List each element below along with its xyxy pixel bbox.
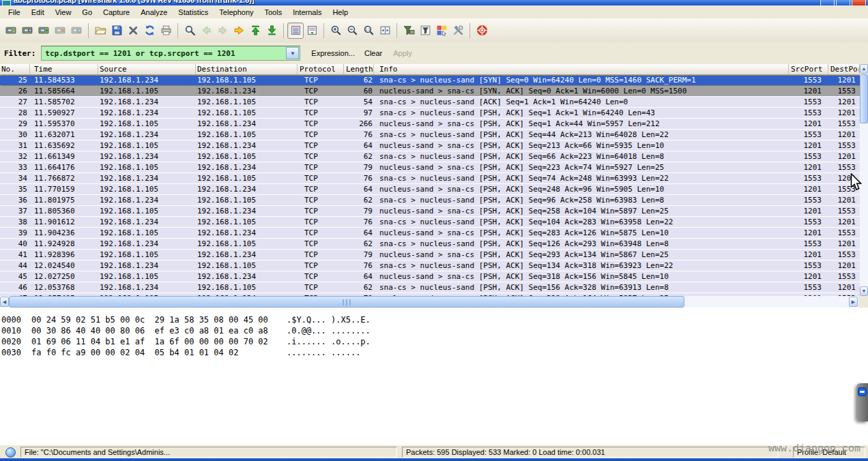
vertical-scroll-thumb[interactable] bbox=[860, 74, 868, 123]
packet-row[interactable]: 3611.801975192.168.1.234192.168.1.105TCP… bbox=[0, 195, 860, 206]
cell-proto: TCP bbox=[298, 282, 344, 293]
column-header-dport[interactable]: DestPor bbox=[828, 64, 860, 74]
filter-dropdown-button[interactable]: ▼ bbox=[286, 47, 299, 59]
packet-row[interactable]: 3511.770159192.168.1.105192.168.1.234TCP… bbox=[0, 184, 860, 195]
horizontal-scrollbar[interactable]: ◀ ▶ bbox=[0, 296, 858, 308]
zoom-out-button[interactable] bbox=[344, 23, 360, 39]
close-file-button[interactable] bbox=[125, 23, 141, 39]
cell-no: 40 bbox=[0, 239, 30, 249]
expression-button[interactable]: Expression... bbox=[311, 49, 355, 57]
close-button[interactable] bbox=[852, 0, 866, 5]
packet-row[interactable]: 3111.635692192.168.1.105192.168.1.234TCP… bbox=[0, 140, 860, 151]
cell-no: 32 bbox=[0, 151, 30, 162]
go-to-top-button[interactable] bbox=[247, 23, 263, 39]
column-header-time[interactable]: Time bbox=[30, 64, 98, 74]
packet-row[interactable]: 3711.805360192.168.1.105192.168.1.234TCP… bbox=[0, 206, 860, 217]
column-header-no[interactable]: No. bbox=[0, 64, 30, 74]
packet-row[interactable]: 3811.901612192.168.1.234192.168.1.105TCP… bbox=[0, 217, 860, 228]
display-filter-icon bbox=[420, 25, 431, 36]
menu-edit[interactable]: Edit bbox=[26, 7, 50, 18]
menu-telephony[interactable]: Telephony bbox=[214, 7, 259, 18]
zoom-in-button[interactable] bbox=[328, 23, 344, 39]
scroll-up-button[interactable]: ▲ bbox=[860, 64, 868, 74]
help-button[interactable] bbox=[474, 23, 490, 39]
restart-capture-button[interactable] bbox=[68, 23, 85, 39]
packet-row[interactable]: 2711.585702192.168.1.234192.168.1.105TCP… bbox=[0, 97, 860, 108]
packet-row[interactable]: 4011.924928192.168.1.234192.168.1.105TCP… bbox=[0, 239, 860, 250]
scroll-right-button[interactable]: ▶ bbox=[849, 297, 858, 307]
horizontal-scroll-thumb[interactable] bbox=[9, 296, 684, 308]
cell-len: 62 bbox=[344, 195, 374, 205]
zoom-100-button[interactable]: 1:1 bbox=[360, 23, 377, 39]
column-header-src[interactable]: Source bbox=[98, 64, 196, 74]
menu-internals[interactable]: Internals bbox=[287, 7, 327, 18]
menu-analyze[interactable]: Analyze bbox=[135, 7, 173, 18]
stop-capture-button[interactable] bbox=[52, 23, 68, 39]
capture-filter-button[interactable] bbox=[401, 23, 417, 39]
packet-row[interactable]: 3311.664176192.168.1.105192.168.1.234TCP… bbox=[0, 162, 860, 173]
coloring-rules-button[interactable] bbox=[433, 23, 450, 39]
menu-file[interactable]: File bbox=[3, 7, 26, 18]
column-header-len[interactable]: Length bbox=[344, 64, 374, 74]
menu-go[interactable]: Go bbox=[76, 7, 98, 18]
menu-help[interactable]: Help bbox=[327, 7, 353, 18]
menu-statistics[interactable]: Statistics bbox=[173, 7, 214, 18]
teamviewer-widget[interactable] bbox=[856, 383, 868, 421]
preferences-button[interactable] bbox=[450, 23, 466, 39]
packet-row[interactable]: 2911.595370192.168.1.105192.168.1.234TCP… bbox=[0, 119, 860, 130]
display-filter-button[interactable] bbox=[417, 23, 433, 39]
apply-button[interactable]: Apply bbox=[393, 49, 412, 57]
packet-row[interactable]: 3411.766872192.168.1.234192.168.1.105TCP… bbox=[0, 173, 860, 184]
packet-row[interactable]: 2811.590927192.168.1.234192.168.1.105TCP… bbox=[0, 108, 860, 119]
print-button[interactable] bbox=[158, 23, 174, 39]
list-interfaces-button[interactable] bbox=[3, 23, 19, 39]
packet-row[interactable]: 4412.024540192.168.1.234192.168.1.105TCP… bbox=[0, 261, 860, 271]
menu-tools[interactable]: Tools bbox=[259, 7, 288, 18]
cell-dst: 192.168.1.105 bbox=[196, 217, 298, 227]
filter-toolbar: Filter: tcp.dstport == 1201 or tcp.srcpo… bbox=[0, 42, 868, 65]
capture-options-button[interactable] bbox=[19, 23, 35, 39]
packet-row[interactable]: 4612.053768192.168.1.234192.168.1.105TCP… bbox=[0, 282, 860, 293]
cell-dport: 1553 bbox=[828, 271, 860, 282]
cell-src: 192.168.1.234 bbox=[98, 173, 196, 183]
menu-capture[interactable]: Capture bbox=[98, 7, 135, 18]
maximize-button[interactable] bbox=[836, 0, 850, 5]
go-forward-button[interactable] bbox=[214, 23, 231, 39]
go-to-packet-button[interactable] bbox=[231, 23, 247, 39]
auto-scroll-button[interactable] bbox=[304, 23, 320, 39]
arrow-right-icon: ▶ bbox=[852, 299, 855, 304]
go-to-bottom-button[interactable] bbox=[263, 23, 280, 39]
open-file-button[interactable] bbox=[92, 23, 108, 39]
start-capture-icon bbox=[38, 25, 50, 36]
column-header-proto[interactable]: Protocol bbox=[298, 64, 344, 74]
colorize-button[interactable] bbox=[287, 23, 304, 39]
filter-input[interactable]: tcp.dstport == 1201 or tcp.srcport == 12… bbox=[41, 46, 300, 61]
column-header-sport[interactable]: SrcPort bbox=[789, 64, 828, 74]
resize-columns-button[interactable] bbox=[377, 23, 393, 39]
chevron-down-icon: ▼ bbox=[290, 50, 295, 57]
find-packet-button[interactable] bbox=[182, 23, 198, 39]
cell-dport: 1553 bbox=[828, 162, 860, 173]
minimize-button[interactable] bbox=[820, 0, 835, 5]
scroll-down-button[interactable]: ▼ bbox=[860, 286, 868, 296]
packet-row[interactable]: 2611.585664192.168.1.105192.168.1.234TCP… bbox=[0, 86, 860, 97]
column-header-info[interactable]: Info bbox=[374, 64, 789, 74]
cell-len: 54 bbox=[344, 97, 374, 107]
packet-row[interactable]: 4111.928396192.168.1.105192.168.1.234TCP… bbox=[0, 250, 860, 261]
go-back-button[interactable] bbox=[198, 23, 214, 39]
main-toolbar: 1:1 bbox=[0, 18, 868, 43]
scroll-left-button[interactable]: ◀ bbox=[0, 297, 9, 307]
menu-view[interactable]: View bbox=[50, 7, 77, 18]
packet-row[interactable]: 3011.632071192.168.1.234192.168.1.105TCP… bbox=[0, 130, 860, 140]
column-header-dst[interactable]: Destination bbox=[196, 64, 298, 74]
save-file-button[interactable] bbox=[108, 23, 125, 39]
packet-row[interactable]: 3911.904236192.168.1.105192.168.1.234TCP… bbox=[0, 228, 860, 239]
packet-row[interactable]: 2511.584533192.168.1.234192.168.1.105TCP… bbox=[0, 75, 860, 86]
clear-button[interactable]: Clear bbox=[364, 49, 382, 57]
expert-info-icon[interactable] bbox=[5, 447, 16, 458]
title-bar[interactable]: abcprotocol.pcap [Wireshark 1.6.6 (SVN R… bbox=[0, 0, 868, 5]
reload-button[interactable] bbox=[141, 23, 158, 39]
packet-row[interactable]: 4512.027250192.168.1.105192.168.1.234TCP… bbox=[0, 271, 860, 282]
start-capture-button[interactable] bbox=[35, 23, 52, 39]
packet-row[interactable]: 3211.661349192.168.1.234192.168.1.105TCP… bbox=[0, 151, 860, 162]
